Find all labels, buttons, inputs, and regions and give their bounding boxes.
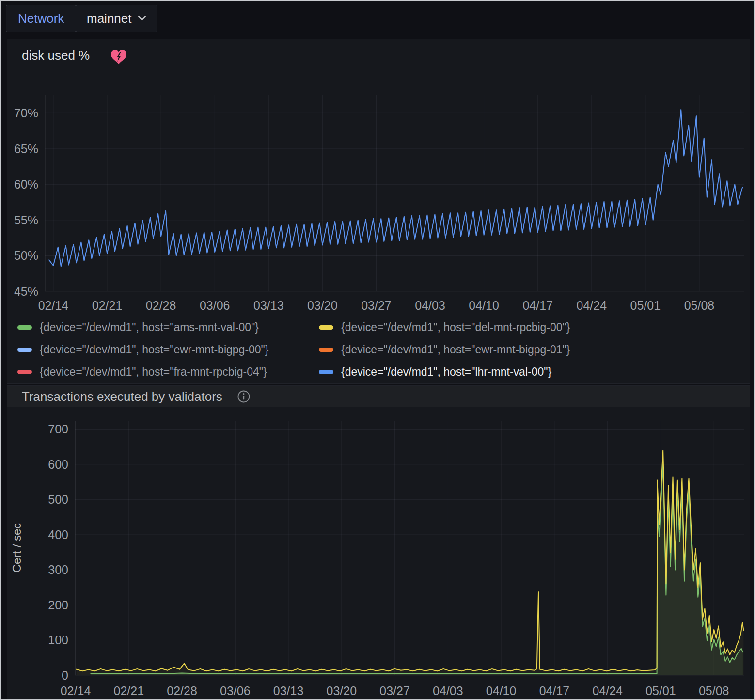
- disk-used-chart[interactable]: 02/1402/2102/2803/0603/1303/2003/2704/03…: [7, 39, 750, 314]
- panel-disk-used: disk used % 02/1402/2102/2803/0603/1303/…: [7, 39, 750, 384]
- svg-text:300: 300: [48, 563, 68, 576]
- svg-text:02/28: 02/28: [146, 299, 176, 312]
- svg-text:04/03: 04/03: [415, 299, 445, 312]
- panel-transactions: Transactions executed by validators 02/1…: [7, 385, 750, 700]
- svg-text:04/10: 04/10: [486, 684, 517, 698]
- svg-text:02/28: 02/28: [167, 684, 197, 698]
- svg-text:500: 500: [48, 493, 68, 506]
- svg-text:04/24: 04/24: [577, 299, 607, 312]
- svg-text:03/27: 03/27: [379, 684, 410, 698]
- svg-text:100: 100: [48, 633, 68, 647]
- legend-series-color: [319, 348, 333, 352]
- network-label-text: Network: [18, 11, 64, 26]
- legend-item[interactable]: {device="/dev/md1", host="ams-mnt-val-00…: [17, 316, 319, 338]
- svg-text:0: 0: [62, 668, 68, 682]
- transactions-chart[interactable]: 02/1402/2102/2803/0603/1303/2003/2704/03…: [7, 386, 750, 700]
- svg-text:05/08: 05/08: [684, 299, 715, 312]
- svg-text:04/24: 04/24: [592, 684, 623, 698]
- legend-item[interactable]: {device="/dev/md1", host="fra-mnt-rpcbig…: [17, 361, 319, 383]
- legend-series-color: [319, 325, 333, 330]
- svg-text:04/10: 04/10: [469, 299, 499, 312]
- grafana-dashboard: Network mainnet disk used % 02/1402/2102…: [0, 0, 755, 700]
- legend-series-label: {device="/dev/md1", host="ewr-mnt-bigpg-…: [341, 343, 570, 356]
- legend-series-label: {device="/dev/md1", host="del-mnt-rpcbig…: [341, 321, 570, 334]
- svg-text:Cert / sec: Cert / sec: [10, 523, 23, 573]
- disk-chart-legend: {device="/dev/md1", host="ams-mnt-val-00…: [17, 316, 657, 383]
- network-variable-label: Network: [6, 5, 76, 32]
- svg-text:03/06: 03/06: [200, 299, 230, 312]
- svg-text:05/01: 05/01: [645, 684, 676, 698]
- svg-text:03/13: 03/13: [273, 684, 304, 698]
- svg-text:03/20: 03/20: [307, 299, 338, 312]
- legend-item[interactable]: {device="/dev/md1", host="ewr-mnt-bigpg-…: [319, 338, 620, 361]
- svg-text:200: 200: [48, 598, 68, 612]
- legend-series-color: [17, 348, 32, 352]
- svg-text:50%: 50%: [14, 249, 38, 262]
- svg-text:700: 700: [48, 422, 68, 436]
- svg-text:03/06: 03/06: [220, 684, 251, 698]
- svg-text:03/20: 03/20: [327, 684, 357, 698]
- legend-series-label: {device="/dev/md1", host="fra-mnt-rpcbig…: [40, 366, 267, 379]
- legend-series-label: {device="/dev/md1", host="lhr-mnt-val-00…: [341, 366, 551, 379]
- svg-text:600: 600: [48, 458, 68, 471]
- svg-text:04/17: 04/17: [539, 684, 570, 698]
- svg-text:55%: 55%: [14, 213, 38, 227]
- svg-text:02/14: 02/14: [38, 299, 69, 312]
- svg-text:70%: 70%: [14, 106, 38, 120]
- legend-item[interactable]: {device="/dev/md1", host="ewr-mnt-bigpg-…: [17, 338, 319, 361]
- svg-text:03/27: 03/27: [361, 299, 392, 312]
- svg-text:05/08: 05/08: [699, 684, 729, 698]
- svg-text:04/03: 04/03: [433, 684, 463, 698]
- network-variable-dropdown[interactable]: mainnet: [76, 5, 157, 32]
- svg-text:04/17: 04/17: [522, 299, 553, 312]
- network-value-text: mainnet: [87, 11, 132, 26]
- variables-bar: Network mainnet: [1, 1, 754, 38]
- svg-text:05/01: 05/01: [630, 299, 661, 312]
- svg-text:03/13: 03/13: [253, 299, 284, 312]
- svg-text:45%: 45%: [14, 285, 38, 298]
- svg-text:02/21: 02/21: [92, 299, 123, 312]
- legend-series-label: {device="/dev/md1", host="ewr-mnt-bigpg-…: [40, 343, 268, 356]
- svg-text:65%: 65%: [14, 142, 38, 156]
- legend-series-label: {device="/dev/md1", host="ams-mnt-val-00…: [40, 321, 259, 334]
- svg-text:60%: 60%: [14, 177, 38, 191]
- legend-item[interactable]: {device="/dev/md1", host="del-mnt-rpcbig…: [319, 316, 620, 338]
- svg-text:02/14: 02/14: [61, 684, 91, 698]
- legend-item[interactable]: {device="/dev/md1", host="lhr-mnt-val-00…: [319, 361, 620, 383]
- legend-series-color: [17, 370, 32, 374]
- svg-text:400: 400: [48, 528, 68, 541]
- legend-series-color: [319, 370, 333, 374]
- svg-text:02/21: 02/21: [113, 684, 144, 698]
- chevron-down-icon: [138, 16, 146, 21]
- legend-series-color: [17, 325, 32, 330]
